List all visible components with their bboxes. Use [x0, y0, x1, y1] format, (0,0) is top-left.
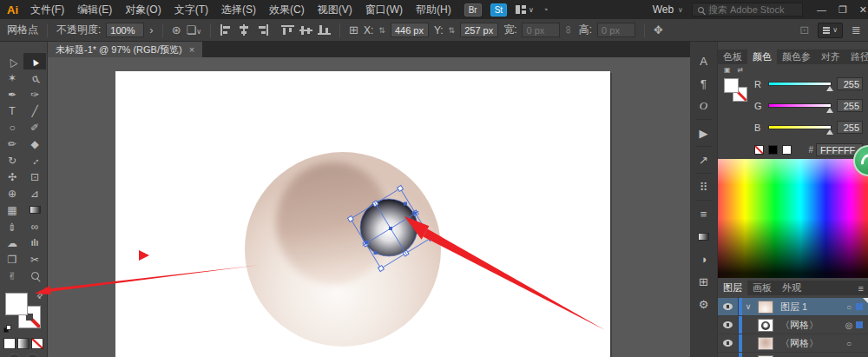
menu-select[interactable]: 选择(S): [221, 3, 256, 17]
symbols-panel-icon[interactable]: ⊞: [690, 270, 717, 293]
pencil-tool[interactable]: ✏: [1, 136, 23, 152]
transform-icon[interactable]: ✥: [654, 23, 663, 36]
libraries-panel-icon[interactable]: ⠿: [690, 175, 717, 198]
panel-menu-icon[interactable]: ≡: [858, 283, 868, 294]
character-panel-icon[interactable]: A: [690, 50, 717, 72]
none-swatch[interactable]: [754, 145, 764, 155]
column-graph-tool[interactable]: ılı: [23, 235, 46, 251]
expand-chevron-icon[interactable]: ∨: [742, 302, 754, 311]
align-top-icon[interactable]: [281, 24, 294, 36]
stroke-panel-icon[interactable]: ≡: [690, 202, 717, 225]
tab-swatches[interactable]: 色板: [718, 49, 747, 65]
menu-window[interactable]: 窗口(W): [365, 3, 403, 17]
blue-channel-value[interactable]: [837, 121, 863, 134]
slider-thumb[interactable]: [826, 108, 833, 113]
menu-help[interactable]: 帮助(H): [416, 3, 451, 17]
green-channel-slider[interactable]: [768, 103, 832, 108]
document-setup-icon[interactable]: ❏∨: [187, 23, 202, 36]
red-channel-slider[interactable]: [768, 82, 832, 86]
swap-fill-stroke-icon[interactable]: ⇄: [35, 290, 45, 301]
align-bottom-icon[interactable]: [318, 24, 331, 36]
free-transform-tool[interactable]: ⊡: [23, 169, 46, 185]
mesh-tool[interactable]: ▦: [1, 202, 23, 218]
selection-indicator[interactable]: [856, 321, 863, 328]
blend-tool[interactable]: ∞: [23, 218, 46, 235]
menu-effect[interactable]: 效果(C): [269, 3, 305, 17]
arrange-documents-button[interactable]: ∨: [516, 5, 534, 14]
tab-pathfinder[interactable]: 路径查: [845, 49, 868, 65]
hand-tool[interactable]: ✌: [1, 268, 23, 284]
black-swatch[interactable]: [768, 145, 778, 155]
layer-name[interactable]: 图层 1: [777, 301, 842, 314]
asset-export-panel-icon[interactable]: ⚙: [690, 293, 717, 315]
stock-button[interactable]: St: [490, 3, 507, 17]
transparency-panel-icon[interactable]: ◑: [690, 248, 717, 270]
default-colors-icon[interactable]: ▣: [724, 66, 731, 74]
graphic-style-icon[interactable]: ⊛: [172, 23, 181, 36]
perspective-grid-tool[interactable]: ⊿: [23, 185, 46, 202]
paragraph-panel-icon[interactable]: ¶: [690, 72, 717, 95]
menu-view[interactable]: 视图(V): [318, 3, 352, 17]
visibility-cell[interactable]: [718, 298, 739, 315]
visibility-cell[interactable]: [718, 334, 739, 352]
eraser-tool[interactable]: ◆: [23, 136, 46, 152]
draw-behind-button[interactable]: [26, 354, 39, 357]
tab-artboards[interactable]: 画板: [747, 280, 777, 296]
x-stepper-icon[interactable]: ⇅: [378, 26, 385, 35]
curvature-tool[interactable]: ✑: [23, 86, 46, 102]
reference-point-icon[interactable]: ⊞: [349, 23, 358, 36]
width-tool[interactable]: ✣: [1, 169, 23, 185]
align-left-icon[interactable]: [220, 24, 233, 36]
layer-thumbnail[interactable]: [758, 301, 773, 314]
target-icon[interactable]: ○: [842, 339, 856, 348]
fill-color-swatch[interactable]: [5, 293, 28, 315]
slice-tool[interactable]: ✂: [23, 251, 46, 268]
y-input[interactable]: [460, 23, 498, 37]
target-selected-icon[interactable]: ◎: [842, 321, 856, 330]
tab-appearance[interactable]: 外观: [777, 280, 806, 296]
gradient-tool[interactable]: [23, 202, 46, 218]
restore-button[interactable]: ❐: [838, 4, 847, 16]
close-button[interactable]: ✕: [859, 4, 867, 16]
menu-file[interactable]: 文件(F): [30, 3, 64, 17]
opacity-popover-button[interactable]: ›: [149, 23, 153, 36]
red-channel-value[interactable]: [837, 77, 863, 90]
canvas[interactable]: [48, 57, 690, 357]
color-button[interactable]: [3, 338, 16, 349]
menu-type[interactable]: 文字(T): [174, 3, 208, 17]
layer-thumbnail[interactable]: [758, 337, 773, 350]
search-input[interactable]: [708, 4, 795, 15]
type-tool[interactable]: T: [1, 102, 23, 119]
layer-name[interactable]: 〈网格〉: [777, 337, 842, 350]
opentype-panel-icon[interactable]: O: [690, 95, 717, 117]
swap-colors-icon[interactable]: ⇄: [738, 66, 744, 74]
visibility-cell[interactable]: [718, 316, 739, 334]
align-center-icon[interactable]: [238, 24, 251, 36]
slider-thumb[interactable]: [826, 129, 833, 135]
stock-search[interactable]: [692, 3, 803, 17]
document-tab[interactable]: 未标题-1* @ 97% (RGB/预览) ×: [48, 42, 202, 57]
default-colors-icon[interactable]: [3, 325, 11, 333]
minimize-button[interactable]: —: [817, 4, 826, 16]
line-segment-tool[interactable]: ╱: [23, 102, 46, 119]
white-swatch[interactable]: [782, 145, 792, 155]
tab-close-icon[interactable]: ×: [189, 44, 194, 55]
align-right-icon[interactable]: [256, 24, 269, 36]
eyedropper-tool[interactable]: ✎: [1, 218, 23, 235]
y-stepper-icon[interactable]: ⇅: [449, 26, 456, 35]
actions-panel-icon[interactable]: ▶: [690, 122, 717, 144]
artboard[interactable]: [115, 71, 610, 357]
gradient-panel-icon[interactable]: [690, 225, 717, 248]
opacity-input[interactable]: [106, 23, 144, 37]
selection-tool[interactable]: △: [1, 53, 23, 69]
blue-channel-slider[interactable]: [768, 125, 832, 129]
align-vcenter-icon[interactable]: [299, 24, 312, 36]
constrain-link-icon[interactable]: ∞: [563, 26, 576, 34]
direct-selection-tool[interactable]: ▲: [23, 53, 46, 69]
visibility-cell[interactable]: [718, 353, 739, 357]
tab-align[interactable]: 对齐: [816, 49, 845, 65]
x-input[interactable]: [391, 23, 429, 37]
ellipse-tool[interactable]: ○: [1, 119, 23, 136]
tab-color[interactable]: 颜色: [747, 49, 777, 65]
rotate-tool[interactable]: ↻: [1, 152, 23, 169]
